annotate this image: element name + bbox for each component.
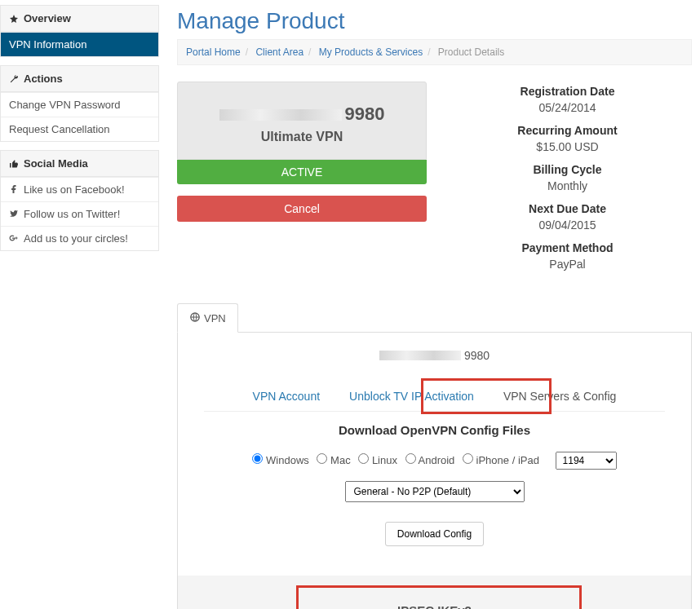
social-panel: Social Media Like us on Facebook! Follow… (0, 150, 159, 251)
crumb-current: Product Details (438, 46, 504, 58)
overview-header: Overview (1, 6, 158, 32)
cancel-button[interactable]: Cancel (177, 196, 427, 222)
ipsec-title: IPSEC IKEv2 (191, 603, 678, 609)
subtab-vpn-account[interactable]: VPN Account (250, 382, 324, 411)
openvpn-title: Download OpenVPN Config Files (191, 423, 678, 437)
os-radio-mac[interactable]: Mac (317, 454, 350, 466)
subtab-servers-config[interactable]: VPN Servers & Config (500, 382, 620, 411)
actions-header: Actions (1, 66, 158, 92)
os-radio-windows[interactable]: Windows (252, 454, 308, 466)
os-radio-group: Windows Mac Linux Android iPhone / iPad … (191, 452, 678, 470)
globe-icon (189, 311, 201, 323)
recurring-amount-value: $15.00 USD (443, 140, 692, 153)
registration-date-label: Registration Date (443, 85, 692, 98)
crumb-products[interactable]: My Products & Services (319, 46, 423, 58)
thumbs-up-icon (9, 159, 19, 169)
sidebar-item-request-cancellation[interactable]: Request Cancellation (1, 117, 158, 141)
recurring-amount-label: Recurring Amount (443, 124, 692, 137)
subtab-unblock-tv[interactable]: Unblock TV IP Activation (346, 382, 477, 411)
overview-panel: Overview VPN Information (0, 5, 159, 57)
product-plan: Ultimate VPN (186, 130, 418, 144)
sidebar-item-facebook[interactable]: Like us on Facebook! (1, 177, 158, 201)
next-due-date-label: Next Due Date (443, 202, 692, 215)
os-radio-linux[interactable]: Linux (358, 454, 397, 466)
os-radio-ios[interactable]: iPhone / iPad (463, 454, 539, 466)
star-icon (9, 14, 19, 24)
sidebar-item-gplus[interactable]: Add us to your circles! (1, 226, 158, 250)
actions-panel: Actions Change VPN Password Request Canc… (0, 65, 159, 142)
product-details: Registration Date 05/24/2014 Recurring A… (443, 82, 692, 280)
page-title: Manage Product (177, 8, 692, 34)
breadcrumb: Portal Home/ Client Area/ My Products & … (177, 39, 692, 65)
facebook-icon (9, 184, 19, 194)
tab-vpn[interactable]: VPN (177, 303, 238, 333)
status-badge: ACTIVE (177, 160, 427, 184)
registration-date-value: 05/24/2014 (443, 101, 692, 114)
sidebar-item-twitter[interactable]: Follow us on Twitter! (1, 201, 158, 226)
crumb-portal-home[interactable]: Portal Home (186, 46, 241, 58)
sidebar-item-change-password[interactable]: Change VPN Password (1, 92, 158, 117)
billing-cycle-label: Billing Cycle (443, 163, 692, 176)
billing-cycle-value: Monthly (443, 179, 692, 192)
redacted-block (219, 109, 342, 121)
sidebar-item-vpn-info[interactable]: VPN Information (1, 32, 158, 56)
payment-method-value: PayPal (443, 258, 692, 271)
wrench-icon (9, 74, 19, 84)
product-id: 9980 (186, 104, 418, 125)
account-id: 9980 (191, 349, 678, 362)
redacted-block (379, 351, 461, 360)
product-card: 9980 Ultimate VPN ACTIVE Cancel (177, 82, 427, 280)
twitter-icon (9, 209, 19, 218)
profile-select[interactable]: General - No P2P (Default) (345, 481, 525, 502)
next-due-date-value: 09/04/2015 (443, 218, 692, 232)
gplus-icon (9, 233, 19, 243)
social-header: Social Media (1, 151, 158, 177)
crumb-client-area[interactable]: Client Area (255, 46, 303, 58)
payment-method-label: Payment Method (443, 241, 692, 254)
download-config-button[interactable]: Download Config (385, 522, 484, 546)
port-select[interactable]: 1194 (556, 452, 617, 470)
os-radio-android[interactable]: Android (405, 454, 455, 466)
